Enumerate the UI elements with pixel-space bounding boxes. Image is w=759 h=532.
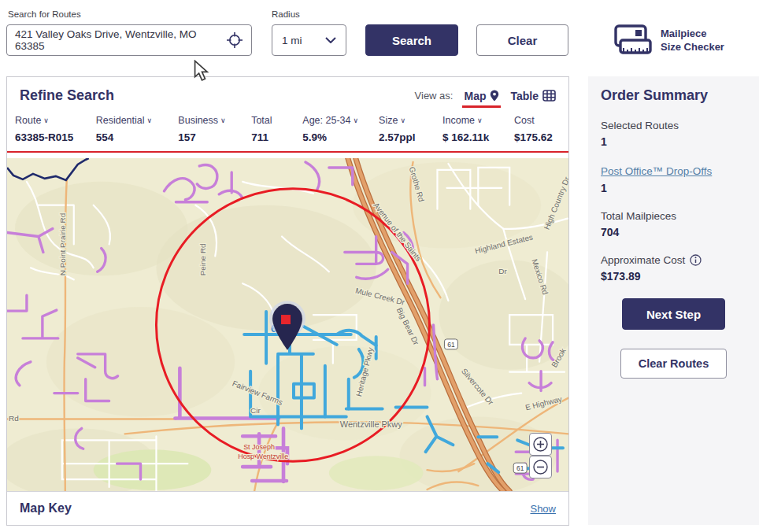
search-routes-value: 421 Valley Oaks Drive, Wentzville, MO 63… bbox=[15, 28, 226, 52]
stat-header[interactable]: Residential∨ bbox=[96, 115, 179, 126]
refine-search-panel: Refine Search View as: Map Table Route∨6… bbox=[6, 76, 569, 526]
stat-header[interactable]: Income∨ bbox=[442, 115, 514, 126]
route-shield: 61 bbox=[444, 339, 457, 349]
stat-col-residential: Residential∨554 bbox=[96, 115, 179, 143]
drop-offs-value: 1 bbox=[601, 182, 746, 194]
map-key-show-link[interactable]: Show bbox=[530, 503, 556, 515]
map-road-label: Hosp Wentzville bbox=[238, 453, 288, 460]
stat-value: 63385-R015 bbox=[15, 131, 96, 143]
search-routes-input[interactable]: 421 Valley Oaks Drive, Wentzville, MO 63… bbox=[6, 24, 252, 56]
selected-routes-label: Selected Routes bbox=[601, 120, 746, 131]
radius-value: 1 mi bbox=[282, 35, 302, 46]
map-road-label: Dr bbox=[498, 267, 507, 275]
stat-col-size: Size∨2.57ppl bbox=[379, 115, 442, 143]
stat-header: Total bbox=[251, 115, 302, 126]
stat-header[interactable]: Route∨ bbox=[15, 115, 96, 126]
sort-chevron-icon: ∨ bbox=[220, 116, 226, 124]
stat-col-age-25-34: Age: 25-34∨5.9% bbox=[302, 115, 379, 143]
map-road-label: Silvercote Dr bbox=[460, 367, 496, 407]
map-pin[interactable] bbox=[271, 302, 304, 350]
sort-chevron-icon: ∨ bbox=[477, 116, 483, 124]
stat-value: 157 bbox=[178, 131, 251, 143]
approximate-cost-value: $173.89 bbox=[601, 270, 746, 283]
map-key-title: Map Key bbox=[20, 501, 72, 515]
info-icon[interactable] bbox=[690, 254, 702, 266]
sort-chevron-icon: ∨ bbox=[400, 116, 405, 124]
stat-col-total: Total711 bbox=[251, 115, 302, 143]
map-road-label: St Joseph bbox=[243, 443, 275, 451]
map-zoom-in-button[interactable] bbox=[529, 433, 552, 456]
map-canvas: 63385 6161 N Point Prairie RdPeine RdGro… bbox=[7, 158, 568, 491]
sort-chevron-icon: ∨ bbox=[147, 116, 153, 124]
active-view-underline bbox=[462, 105, 501, 108]
svg-text:61: 61 bbox=[447, 341, 455, 349]
search-button[interactable]: Search bbox=[365, 24, 458, 56]
stat-value: 2.57ppl bbox=[379, 131, 442, 143]
radius-label: Radius bbox=[272, 9, 300, 19]
map[interactable]: 63385 6161 N Point Prairie RdPeine RdGro… bbox=[7, 158, 568, 491]
map-road-label: N Point Prairie Rd bbox=[58, 213, 67, 276]
map-zoom-out-button[interactable] bbox=[529, 456, 552, 478]
stat-value: 711 bbox=[251, 131, 302, 143]
pin-red-square bbox=[281, 315, 291, 324]
stat-header: Cost bbox=[514, 115, 568, 126]
stat-header[interactable]: Age: 25-34∨ bbox=[302, 115, 379, 126]
boundary-line bbox=[7, 158, 89, 180]
stat-col-business: Business∨157 bbox=[178, 115, 251, 143]
mailpiece-size-checker-label: Mailpiece Size Checker bbox=[661, 27, 724, 54]
stat-value: 5.9% bbox=[302, 131, 379, 143]
view-map-toggle[interactable]: Map bbox=[464, 90, 499, 102]
map-road-label: Rd bbox=[9, 414, 19, 423]
search-for-routes-label: Search for Routes bbox=[8, 9, 81, 19]
post-office-drop-offs-link[interactable]: Post Office™ Drop-Offs bbox=[601, 165, 712, 177]
view-table-label: Table bbox=[510, 90, 539, 102]
stat-col-cost: Cost$175.62 bbox=[514, 115, 568, 143]
crosshair-icon[interactable] bbox=[226, 31, 243, 49]
stat-header[interactable]: Business∨ bbox=[178, 115, 251, 126]
stat-value: $ 162.11k bbox=[442, 131, 514, 143]
table-grid-icon bbox=[542, 90, 556, 102]
map-road-label: E Highway bbox=[524, 394, 563, 412]
selected-routes-value: 1 bbox=[601, 135, 746, 148]
chevron-down-icon bbox=[325, 37, 336, 43]
svg-text:61: 61 bbox=[516, 464, 524, 472]
view-table-toggle[interactable]: Table bbox=[510, 90, 556, 102]
total-mailpieces-value: 704 bbox=[601, 226, 746, 238]
view-map-label: Map bbox=[464, 90, 486, 102]
route-stats-row: Route∨63385-R015Residential∨554Business∨… bbox=[7, 110, 568, 153]
stat-value: 554 bbox=[96, 131, 179, 143]
total-mailpieces-label: Total Mailpieces bbox=[601, 210, 746, 222]
stat-value: $175.62 bbox=[514, 131, 568, 143]
map-road-label: Wentzville Pkwy bbox=[340, 419, 402, 429]
clear-routes-button[interactable]: Clear Routes bbox=[620, 349, 727, 379]
map-road-label: Peine Rd bbox=[198, 243, 207, 275]
route-shield: 61 bbox=[513, 463, 527, 473]
clear-button[interactable]: Clear bbox=[476, 24, 568, 56]
sort-chevron-icon: ∨ bbox=[43, 116, 49, 124]
map-key-bar: Map Key Show bbox=[7, 491, 568, 525]
mailpiece-size-checker-icon bbox=[613, 24, 653, 57]
order-summary-title: Order Summary bbox=[601, 87, 746, 104]
view-as-label: View as: bbox=[415, 90, 454, 102]
map-pin-icon bbox=[490, 90, 499, 102]
sort-chevron-icon: ∨ bbox=[354, 116, 359, 124]
refine-search-title: Refine Search bbox=[20, 87, 114, 104]
stat-col-route: Route∨63385-R015 bbox=[15, 115, 96, 143]
map-road-label: Cir bbox=[250, 406, 261, 415]
stat-header[interactable]: Size∨ bbox=[379, 115, 442, 126]
order-summary-panel: Order Summary Selected Routes 1 Post Off… bbox=[588, 76, 759, 525]
mailpiece-size-checker[interactable]: Mailpiece Size Checker bbox=[613, 24, 724, 57]
approximate-cost-label: Approximate Cost bbox=[601, 254, 746, 266]
stat-col-income: Income∨$ 162.11k bbox=[442, 115, 514, 143]
radius-select[interactable]: 1 mi bbox=[272, 24, 346, 56]
next-step-button[interactable]: Next Step bbox=[622, 298, 725, 330]
